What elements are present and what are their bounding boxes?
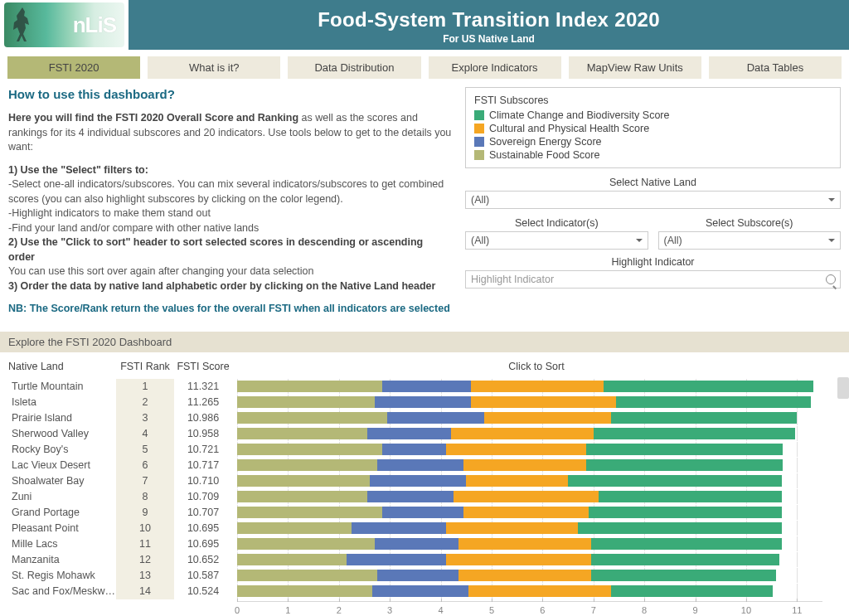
bar-segment[interactable] [237, 507, 382, 518]
bar-segment[interactable] [237, 554, 347, 565]
bar-segment[interactable] [463, 507, 588, 518]
table-row[interactable]: Grand Portage910.707 [8, 505, 841, 521]
bar-segment[interactable] [454, 491, 599, 502]
table-row[interactable]: Sac and Fox/Meskwaki1410.524 [8, 584, 841, 599]
bar-segment[interactable] [375, 538, 458, 550]
bar-segment[interactable] [237, 475, 370, 487]
bar-segment[interactable] [589, 507, 783, 518]
stacked-bar[interactable] [237, 538, 822, 550]
table-row[interactable]: Turtle Mountain111.321 [8, 379, 841, 395]
bar-segment[interactable] [468, 585, 611, 597]
stacked-bar[interactable] [237, 522, 822, 534]
bar-segment[interactable] [463, 459, 585, 471]
table-row[interactable]: Manzanita1210.652 [8, 552, 841, 568]
bar-segment[interactable] [372, 585, 469, 597]
bar-segment[interactable] [382, 507, 463, 518]
bar-segment[interactable] [352, 522, 446, 534]
tab-mapview-raw-units[interactable]: MapView Raw Units [569, 56, 701, 79]
bar-segment[interactable] [446, 522, 579, 534]
bar-segment[interactable] [367, 428, 451, 439]
bar-segment[interactable] [377, 570, 458, 581]
bar-segment[interactable] [382, 444, 446, 455]
bar-segment[interactable] [237, 444, 382, 455]
subscore-select[interactable]: (All) [658, 231, 842, 250]
bar-segment[interactable] [237, 585, 372, 597]
bar-segment[interactable] [237, 459, 377, 471]
stacked-bar[interactable] [237, 381, 822, 392]
legend-item[interactable]: Cultural and Physical Health Score [474, 123, 832, 134]
legend-item[interactable]: Climate Change and Biodiversity Score [474, 109, 832, 121]
table-row[interactable]: Pleasant Point1010.695 [8, 521, 841, 536]
bar-segment[interactable] [594, 428, 795, 439]
stacked-bar[interactable] [237, 570, 822, 581]
table-row[interactable]: St. Regis Mohawk1310.587 [8, 568, 841, 584]
header-score[interactable]: FSTI Score [174, 357, 232, 379]
bar-segment[interactable] [370, 475, 467, 487]
table-row[interactable]: Isleta211.265 [8, 395, 841, 410]
bar-segment[interactable] [616, 396, 811, 408]
bar-segment[interactable] [237, 412, 387, 424]
stacked-bar[interactable] [237, 491, 822, 502]
bar-segment[interactable] [237, 538, 375, 550]
bar-segment[interactable] [367, 491, 454, 502]
bar-segment[interactable] [446, 554, 591, 565]
bar-segment[interactable] [458, 570, 591, 581]
bar-segment[interactable] [387, 412, 484, 424]
bar-segment[interactable] [586, 444, 784, 455]
table-row[interactable]: Rocky Boy's510.721 [8, 442, 841, 458]
bar-segment[interactable] [237, 491, 367, 502]
table-row[interactable]: Sherwood Valley410.958 [8, 426, 841, 442]
bar-segment[interactable] [471, 396, 616, 408]
stacked-bar[interactable] [237, 444, 822, 455]
header-rank[interactable]: FSTI Rank [116, 357, 174, 379]
bar-segment[interactable] [237, 428, 367, 439]
bar-segment[interactable] [471, 381, 604, 392]
header-native[interactable]: Native Land [8, 357, 116, 379]
bar-segment[interactable] [451, 428, 594, 439]
stacked-bar[interactable] [237, 507, 822, 518]
bar-segment[interactable] [568, 475, 782, 487]
bar-segment[interactable] [578, 522, 782, 534]
bar-segment[interactable] [466, 475, 568, 487]
tab-data-tables[interactable]: Data Tables [709, 56, 842, 79]
bar-segment[interactable] [382, 381, 471, 392]
bar-segment[interactable] [237, 381, 382, 392]
bar-segment[interactable] [484, 412, 611, 424]
table-row[interactable]: Prairie Island310.986 [8, 410, 841, 426]
tab-data-distribution[interactable]: Data Distribution [288, 56, 420, 79]
legend-item[interactable]: Sovereign Energy Score [474, 136, 832, 148]
bar-segment[interactable] [604, 381, 813, 392]
table-row[interactable]: Mille Lacs1110.695 [8, 536, 841, 552]
bar-segment[interactable] [377, 459, 463, 471]
table-row[interactable]: Zuni810.709 [8, 489, 841, 505]
tab-fsti-2020[interactable]: FSTI 2020 [7, 56, 140, 79]
bar-segment[interactable] [611, 585, 773, 597]
stacked-bar[interactable] [237, 554, 822, 565]
stacked-bar[interactable] [237, 459, 822, 471]
highlight-search[interactable]: Highlight Indicator [465, 270, 841, 289]
stacked-bar[interactable] [237, 412, 822, 424]
bar-segment[interactable] [237, 396, 375, 408]
stacked-bar[interactable] [237, 428, 822, 439]
stacked-bar[interactable] [237, 585, 822, 597]
tab-what-is-it-[interactable]: What is it? [148, 56, 280, 79]
bar-segment[interactable] [237, 522, 352, 534]
bar-segment[interactable] [611, 412, 796, 424]
bar-segment[interactable] [347, 554, 446, 565]
header-sort[interactable]: Click to Sort [232, 357, 841, 379]
tab-explore-indicators[interactable]: Explore Indicators [429, 56, 561, 79]
bar-segment[interactable] [591, 570, 776, 581]
bar-segment[interactable] [591, 554, 779, 565]
native-land-select[interactable]: (All) [465, 191, 841, 209]
bar-segment[interactable] [458, 538, 591, 550]
stacked-bar[interactable] [237, 475, 822, 487]
bar-segment[interactable] [591, 538, 782, 550]
legend-item[interactable]: Sustainable Food Score [474, 149, 832, 161]
indicator-select[interactable]: (All) [465, 231, 648, 250]
bar-segment[interactable] [586, 459, 784, 471]
stacked-bar[interactable] [237, 396, 822, 408]
table-row[interactable]: Shoalwater Bay710.710 [8, 473, 841, 489]
table-row[interactable]: Lac Vieux Desert610.717 [8, 458, 841, 473]
bar-segment[interactable] [375, 396, 472, 408]
bar-segment[interactable] [446, 444, 586, 455]
